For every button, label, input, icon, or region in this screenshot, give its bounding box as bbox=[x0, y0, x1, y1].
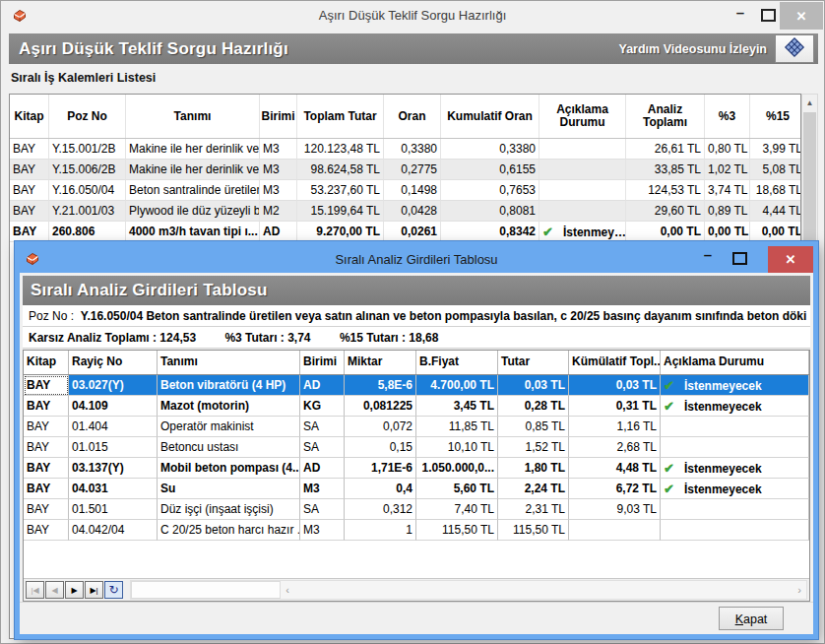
scroll-right-icon[interactable]: › bbox=[793, 581, 806, 599]
column-header-tutar[interactable]: Tutar bbox=[498, 351, 569, 374]
maximize-icon[interactable] bbox=[757, 1, 779, 29]
cell-text: M3 bbox=[263, 142, 280, 156]
column-header-birimi[interactable]: Birimi bbox=[300, 351, 345, 374]
cell-text: Y.15.001/2B bbox=[52, 142, 116, 156]
main-window-titlebar: Aşırı Düşük Teklif Sorgu Hazırlığı – ✕ bbox=[1, 1, 824, 31]
cell-birimi: M3 bbox=[300, 520, 345, 541]
analysis-inputs-table: KitapRayiç NoTanımıBirimiMiktarB.FiyatTu… bbox=[23, 350, 810, 602]
cell-birimi: SA bbox=[300, 499, 345, 520]
cell-text: AD bbox=[303, 461, 320, 475]
cell-poz_no: Y.15.001/2B bbox=[49, 139, 126, 160]
scroll-left-icon[interactable]: ‹ bbox=[281, 581, 294, 599]
column-header-tanimi[interactable]: Tanımı bbox=[158, 351, 300, 374]
dialog-close-icon[interactable]: ✕ bbox=[768, 246, 813, 273]
cell-text: 0,8342 bbox=[499, 225, 536, 238]
table-row[interactable]: BAY04.042/04C 20/25 beton harcı hazır ..… bbox=[24, 520, 809, 541]
table-row[interactable]: BAYY.15.001/2BMakine ile her derinlik ve… bbox=[10, 139, 800, 160]
dialog-header-bar: Sıralı Analiz Girdileri Tablosu bbox=[23, 276, 810, 305]
cell-poz_no: Y.16.050/04 bbox=[49, 180, 126, 201]
cell-text: BAY bbox=[27, 440, 49, 454]
nav-first-button[interactable]: |◀ bbox=[26, 581, 44, 599]
column-header-aciklama[interactable]: Açıklama Durumu bbox=[661, 351, 809, 374]
cell-text: 0,081225 bbox=[363, 399, 412, 413]
table-row[interactable]: BAY03.027(Y)Beton vibratörü (4 HP)AD5,8E… bbox=[24, 375, 809, 396]
cell-kitap: BAY bbox=[24, 375, 69, 396]
analysis-summary-line: Karsız Analiz Toplamı : 124,53 %3 Tutarı… bbox=[23, 327, 810, 349]
cell-tutar: 1,80 TL bbox=[498, 458, 569, 479]
column-header-p3[interactable]: %3 bbox=[705, 95, 750, 138]
scroll-up-icon[interactable]: ▲ bbox=[802, 95, 817, 110]
nav-last-button[interactable]: ▶| bbox=[85, 581, 103, 599]
cell-p3: 3,74 TL bbox=[705, 180, 750, 201]
help-video-button[interactable] bbox=[775, 34, 814, 63]
scrollbar-thumb[interactable] bbox=[803, 112, 816, 240]
cell-oran: 0,3380 bbox=[384, 139, 441, 160]
table-row[interactable]: BAY04.109Mazot (motorin)KG0,0812253,45 T… bbox=[24, 396, 809, 417]
column-header-p15[interactable]: %15 bbox=[750, 95, 801, 138]
cell-text: Betoncu ustası bbox=[160, 440, 238, 454]
column-header-tanimi[interactable]: Tanımı bbox=[126, 95, 260, 138]
table-row[interactable]: BAY01.015Betoncu ustasıSA0,1510,10 TL1,5… bbox=[24, 437, 809, 458]
column-header-kitap[interactable]: Kitap bbox=[10, 95, 49, 138]
column-header-aciklama[interactable]: Açıklama Durumu bbox=[539, 95, 626, 138]
cell-text: Y.21.001/03 bbox=[52, 204, 114, 218]
column-header-birimi[interactable]: Birimi bbox=[260, 95, 297, 138]
column-header-kitap[interactable]: Kitap bbox=[24, 351, 69, 374]
cell-bfiyat: 10,10 TL bbox=[416, 437, 498, 458]
analysis-inputs-dialog: Sıralı Analiz Girdileri Tablosu – ✕ Sıra… bbox=[15, 241, 818, 639]
dialog-maximize-icon[interactable] bbox=[729, 246, 750, 271]
cell-text: 7,40 TL bbox=[455, 502, 494, 516]
nav-next-button[interactable]: ▶ bbox=[65, 581, 84, 599]
table-row[interactable]: BAY01.404Operatör makinistSA0,07211,85 T… bbox=[24, 417, 809, 437]
cell-text: 1,71E-6 bbox=[371, 461, 412, 475]
nav-prior-button[interactable]: ◀ bbox=[45, 581, 64, 599]
column-header-poz_no[interactable]: Poz No bbox=[49, 95, 126, 138]
table-row[interactable]: BAY260.8064000 m3/h tavan tipi ı...AD9.2… bbox=[10, 222, 800, 242]
poz-no-line: Poz No : Y.16.050/04 Beton santralinde ü… bbox=[23, 305, 810, 327]
column-header-toplam_tutar[interactable]: Toplam Tutar bbox=[297, 95, 384, 138]
cell-text: SA bbox=[303, 502, 319, 516]
table-row[interactable]: BAYY.16.050/04Beton santralinde üretilen… bbox=[10, 180, 800, 201]
cell-text: SA bbox=[303, 419, 319, 433]
cell-oran: 0,0428 bbox=[384, 201, 441, 222]
column-header-analiz_toplami[interactable]: Analiz Toplamı bbox=[626, 95, 705, 138]
table-row[interactable]: BAY01.501Düz işçi (inşaat işçisi)SA0,312… bbox=[24, 499, 809, 520]
minimize-icon[interactable]: – bbox=[730, 0, 751, 26]
column-header-miktar[interactable]: Miktar bbox=[345, 351, 416, 374]
cell-kitap: BAY bbox=[24, 479, 69, 499]
column-header-rayic_no[interactable]: Rayiç No bbox=[69, 351, 158, 374]
cell-p3: 1,02 TL bbox=[705, 160, 750, 180]
column-header-kumulatif[interactable]: Kümülatif Topl... bbox=[569, 351, 661, 374]
cell-text: 0,1498 bbox=[401, 183, 437, 197]
table-row[interactable]: BAY03.137(Y)Mobil beton pompası (4...AD1… bbox=[24, 458, 809, 479]
column-header-bfiyat[interactable]: B.Fiyat bbox=[416, 351, 498, 374]
page-title: Aşırı Düşük Teklif Sorgu Hazırlığı bbox=[19, 39, 618, 59]
cell-text: 01.501 bbox=[72, 502, 108, 516]
cell-analiz_toplami: 124,53 TL bbox=[626, 180, 705, 201]
table-row[interactable]: BAY04.031SuM30,45,60 TL2,24 TL6,72 TL✔İs… bbox=[24, 479, 809, 499]
cell-tanimi: Betoncu ustası bbox=[158, 437, 300, 458]
cell-text: 03.027(Y) bbox=[72, 378, 124, 392]
cell-text: 3,99 TL bbox=[763, 142, 801, 156]
cell-text: 10,10 TL bbox=[448, 440, 494, 454]
dialog-minimize-icon[interactable]: – bbox=[697, 242, 719, 267]
cell-rayic_no: 01.015 bbox=[69, 437, 158, 458]
cell-text: 0,31 TL bbox=[616, 399, 657, 413]
cell-kumulatif_oran: 0,3380 bbox=[441, 139, 539, 160]
close-icon[interactable]: ✕ bbox=[780, 2, 823, 30]
cell-kumulatif: 1,16 TL bbox=[569, 417, 661, 437]
h-scrollbar-thumb[interactable] bbox=[131, 581, 281, 599]
horizontal-scrollbar[interactable]: ‹ › bbox=[130, 580, 807, 600]
cell-text: 2,68 TL bbox=[617, 440, 657, 454]
cell-p15: 5,08 TL bbox=[750, 160, 801, 180]
cell-tanimi: Makine ile her derinlik ve ... bbox=[126, 139, 260, 160]
cell-text: 0,03 TL bbox=[525, 378, 565, 392]
column-header-kumulatif_oran[interactable]: Kumulatif Oran bbox=[441, 95, 539, 138]
close-dialog-button[interactable]: Kapat bbox=[719, 607, 784, 630]
cell-kitap: BAY bbox=[24, 499, 69, 520]
table-row[interactable]: BAYY.15.006/2BMakine ile her derinlik ve… bbox=[10, 160, 800, 180]
nav-refresh-button[interactable]: ↻ bbox=[104, 581, 123, 599]
column-header-oran[interactable]: Oran bbox=[384, 95, 441, 138]
table-row[interactable]: BAYY.21.001/03Plywood ile düz yüzeyli b.… bbox=[10, 201, 800, 222]
cell-text: 0,072 bbox=[383, 419, 412, 433]
